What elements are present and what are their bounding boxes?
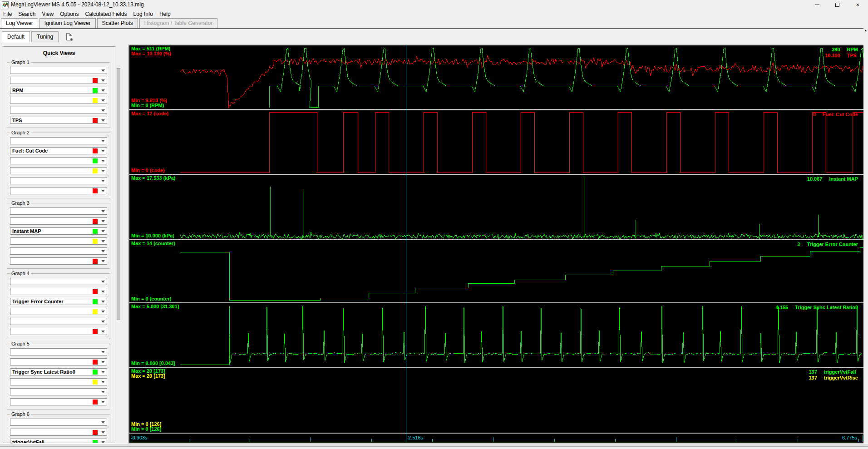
channel-select-trigger-error-counter[interactable]: Trigger Error Counter bbox=[10, 298, 107, 305]
horizontal-scrollbar[interactable] bbox=[0, 444, 868, 447]
graph-scroll-gutter[interactable]: ▲ bbox=[863, 28, 868, 444]
channel-select[interactable] bbox=[10, 157, 107, 164]
menu-calculated-fields[interactable]: Calculated Fields bbox=[82, 10, 130, 18]
tab-ignition-log-viewer[interactable]: Ignition Log Viewer bbox=[39, 18, 96, 28]
chevron-down-icon bbox=[99, 298, 107, 305]
channel-select-trigger-sync-latest-ratio0[interactable]: Trigger Sync Latest Ratio0 bbox=[10, 368, 107, 375]
channel-select[interactable] bbox=[10, 167, 107, 174]
graph-panel-1[interactable]: Max = 511 (RPM)Max = 10.130 (%)Min = 9.8… bbox=[129, 45, 863, 109]
channel-select-triggervvtfall[interactable]: triggerVvtFall bbox=[10, 439, 107, 443]
min-labels: Min = 9.810 (%)Min = 0 (RPM) bbox=[131, 98, 167, 108]
color-swatch bbox=[93, 279, 98, 284]
color-swatch bbox=[93, 108, 98, 113]
min-label: Min = 0 (RPM) bbox=[131, 103, 167, 108]
tab-log-viewer[interactable]: Log Viewer bbox=[1, 18, 38, 28]
menu-options[interactable]: Options bbox=[57, 10, 82, 18]
close-button[interactable]: ✕ bbox=[848, 0, 868, 9]
min-label: Min = 10.000 (kPa) bbox=[131, 233, 174, 238]
color-swatch bbox=[93, 188, 98, 193]
channel-select[interactable] bbox=[10, 378, 107, 385]
channel-select[interactable] bbox=[10, 67, 107, 74]
current-values: 390RPM10.100TPS bbox=[822, 47, 858, 59]
channel-select[interactable] bbox=[10, 247, 107, 255]
value-name-triggervvtfall: triggerVvtFall bbox=[824, 369, 858, 375]
max-label: Max = 14 (counter) bbox=[131, 241, 175, 246]
channel-select[interactable] bbox=[10, 187, 107, 194]
channel-select[interactable] bbox=[10, 107, 107, 114]
channel-label: Instant MAP bbox=[10, 228, 93, 234]
chevron-down-icon bbox=[99, 328, 107, 335]
max-label: Max = 10.130 (%) bbox=[131, 51, 171, 56]
maximize-button[interactable] bbox=[827, 0, 848, 9]
channel-select[interactable] bbox=[10, 419, 107, 426]
menu-view[interactable]: View bbox=[39, 10, 57, 18]
graph-panel-2[interactable]: Max = 12 (code)Min = 0 (code)0Fuel: Cut … bbox=[129, 110, 863, 174]
window-title: MegaLogViewer MS 4.5.05 - 2024-08-12_10.… bbox=[11, 1, 144, 8]
scroll-up-icon[interactable]: ▲ bbox=[863, 28, 868, 33]
graph-panel-5[interactable]: Max = 5.000 [31.301]Min = 0.000 [0.043]4… bbox=[129, 303, 863, 367]
color-swatch bbox=[93, 400, 98, 405]
channel-select[interactable] bbox=[10, 97, 107, 104]
menu-search[interactable]: Search bbox=[15, 10, 39, 18]
channel-select-fuel-cut-code[interactable]: Fuel: Cut Code bbox=[10, 147, 107, 154]
channel-select[interactable] bbox=[10, 217, 107, 225]
channel-select[interactable] bbox=[10, 388, 107, 395]
color-swatch bbox=[93, 148, 98, 153]
channel-select[interactable] bbox=[10, 358, 107, 365]
channel-select[interactable] bbox=[10, 237, 107, 245]
channel-select[interactable] bbox=[10, 177, 107, 184]
trace-tps bbox=[180, 55, 863, 108]
graph-panel-3[interactable]: Max = 17.533 (kPa)Min = 10.000 (kPa)10.0… bbox=[129, 175, 863, 239]
menu-log-info[interactable]: Log Info bbox=[130, 10, 156, 18]
chevron-down-icon bbox=[99, 359, 107, 365]
channel-select[interactable] bbox=[10, 278, 107, 285]
chevron-down-icon bbox=[99, 228, 107, 234]
minimize-button[interactable] bbox=[807, 0, 827, 9]
color-swatch bbox=[93, 319, 98, 324]
channel-select-rpm[interactable]: RPM bbox=[10, 87, 107, 94]
menu-file[interactable]: File bbox=[0, 10, 15, 18]
value-trigger-error-counter: 2 bbox=[782, 242, 800, 247]
time-cursor[interactable] bbox=[406, 45, 406, 442]
graph-area: Max = 511 (RPM)Max = 10.130 (%)Min = 9.8… bbox=[128, 44, 863, 444]
channel-select[interactable] bbox=[10, 328, 107, 335]
chevron-down-icon bbox=[99, 187, 107, 194]
new-view-button[interactable]: ✱ bbox=[63, 31, 75, 42]
channel-select-instant-map[interactable]: Instant MAP bbox=[10, 227, 107, 235]
value-trigger-sync-latest-ratio0: 4.155 bbox=[770, 305, 788, 311]
channel-select[interactable] bbox=[10, 288, 107, 295]
chevron-down-icon bbox=[99, 208, 107, 214]
color-swatch bbox=[93, 78, 98, 83]
channel-select[interactable] bbox=[10, 429, 107, 436]
trace-fuel-cut-code bbox=[180, 113, 863, 173]
channel-select[interactable] bbox=[10, 257, 107, 265]
channel-select[interactable] bbox=[10, 398, 107, 405]
quickview-group-graph-2: Graph 2Fuel: Cut Code bbox=[7, 133, 110, 198]
channel-select-tps[interactable]: TPS bbox=[10, 117, 107, 124]
channel-select[interactable] bbox=[10, 318, 107, 325]
max-labels: Max = 5.000 [31.301] bbox=[131, 304, 179, 309]
channel-select[interactable] bbox=[10, 308, 107, 315]
tab-scatter-plots[interactable]: Scatter Plots bbox=[97, 18, 138, 28]
quickview-group-graph-3: Graph 3Instant MAP bbox=[7, 203, 110, 269]
channel-select[interactable] bbox=[10, 207, 107, 215]
chevron-down-icon bbox=[99, 369, 107, 375]
chevron-down-icon bbox=[99, 168, 107, 174]
graph-plot-5 bbox=[129, 303, 863, 367]
channel-select[interactable] bbox=[10, 137, 107, 144]
graph-panel-4[interactable]: Max = 14 (counter)Min = 0 (counter)2Trig… bbox=[129, 240, 863, 302]
tab-histogram-table-generator[interactable]: Histogram / Table Generator bbox=[139, 18, 218, 28]
channel-select[interactable] bbox=[10, 348, 107, 355]
chevron-down-icon bbox=[99, 97, 107, 104]
view-tab-tuning[interactable]: Tuning bbox=[31, 31, 59, 42]
color-swatch bbox=[93, 440, 98, 444]
channel-select[interactable] bbox=[10, 77, 107, 84]
color-swatch bbox=[93, 390, 98, 395]
graph-panel-6[interactable]: Max = 20 [173]Max = 20 [173]Min = 0 [126… bbox=[129, 368, 863, 433]
min-label: Min = 0 (code) bbox=[131, 168, 165, 173]
sidebar-scrollbar-thumb[interactable] bbox=[117, 68, 120, 320]
chevron-down-icon bbox=[99, 318, 107, 325]
menu-help[interactable]: Help bbox=[156, 10, 174, 18]
view-tab-default[interactable]: Default bbox=[2, 31, 30, 42]
color-swatch bbox=[93, 370, 98, 375]
